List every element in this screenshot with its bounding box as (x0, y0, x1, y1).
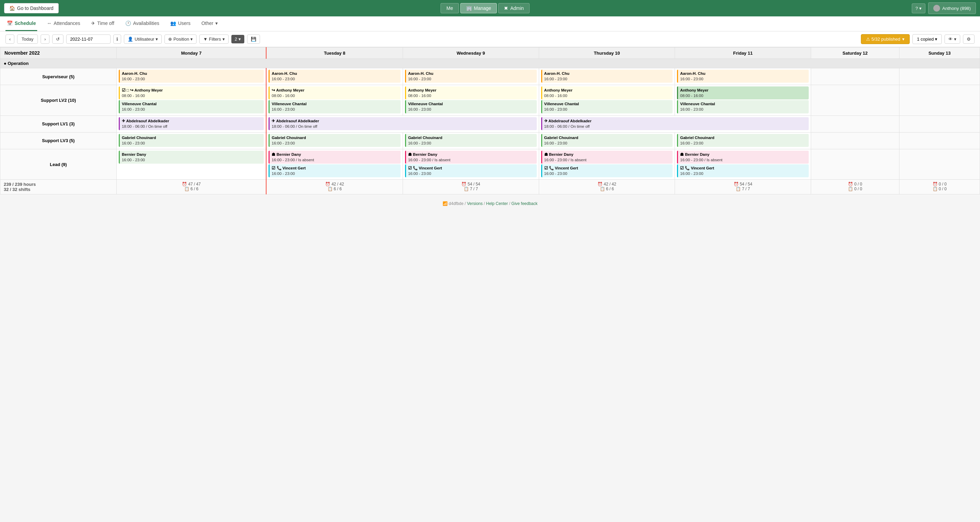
cell-lv2-mon[interactable]: ☑ □ ↪ Anthony Meyer 08:00 - 16:00 Villen… (116, 85, 266, 115)
nav-timeoff[interactable]: ✈ Time off (90, 16, 116, 31)
cell-superviseur-wed[interactable]: Aaron-H. Chu 16:00 - 23:00 (402, 68, 539, 85)
shift-card[interactable]: Aaron-H. Chu 16:00 - 23:00 (541, 70, 673, 83)
shift-card[interactable]: ☑ 📞 Vincent Gert 16:00 - 23:00 (269, 164, 401, 177)
position-button[interactable]: ⊕ Position ▾ (164, 35, 197, 44)
nav-users[interactable]: 👥 Users (169, 16, 192, 31)
shift-card[interactable]: Villeneuve Chantal 16:00 - 23:00 (405, 100, 537, 113)
shift-card[interactable]: ↪ Anthony Meyer 08:00 - 16:00 (269, 86, 401, 99)
copied-button[interactable]: 1 copied ▾ (912, 34, 942, 44)
shift-card[interactable]: Villeneuve Chantal 16:00 - 23:00 (119, 100, 264, 113)
cell-lv3-wed[interactable]: Gabriel Chouinard 16:00 - 23:00 (402, 132, 539, 149)
cell-lv1-thu-fri[interactable]: ✈ Abdelraouf Abdelkader 18:00 - 06:00 / … (539, 115, 811, 132)
shift-card[interactable]: Aaron-H. Chu 16:00 - 23:00 (405, 70, 537, 83)
cell-lv2-wed[interactable]: Anthony Meyer 08:00 - 16:00 Villeneuve C… (402, 85, 539, 115)
cell-lead-wed[interactable]: ☗ Bernier Dany 16:00 - 23:00 / Is absent… (402, 149, 539, 179)
cell-superviseur-sun[interactable] (899, 68, 980, 85)
cell-lv1-mon[interactable]: ✈ Abdelraouf Abdelkader 18:00 - 06:00 / … (116, 115, 266, 132)
table-row: Superviseur (5) Aaron-H. Chu 16:00 - 23:… (0, 68, 980, 85)
shift-card[interactable]: ☑ □ ↪ Anthony Meyer 08:00 - 16:00 (119, 86, 264, 99)
avatar (933, 5, 940, 12)
cell-lv1-sat[interactable] (811, 115, 899, 132)
cell-lead-thu[interactable]: ☗ Bernier Dany 16:00 - 23:00 / Is absent… (539, 149, 675, 179)
cell-lv3-sat[interactable] (811, 132, 899, 149)
num-button[interactable]: 2 ▾ (231, 35, 244, 43)
cell-lv1-tue-wed[interactable]: ✈ Abdelraouf Abdelkader 18:00 - 06:00 / … (266, 115, 539, 132)
tools-button[interactable]: ⚙ (963, 35, 975, 44)
cell-lv3-tue[interactable]: Gabriel Chouinard 16:00 - 23:00 (266, 132, 402, 149)
cell-lead-mon[interactable]: Bernier Dany 16:00 - 23:00 (116, 149, 266, 179)
me-button[interactable]: Me (441, 3, 458, 13)
feedback-link[interactable]: Give feedback (512, 201, 538, 206)
cell-lead-sun[interactable] (899, 149, 980, 179)
date-input[interactable] (66, 35, 111, 44)
dashboard-button[interactable]: 🏠 Go to Dashboard (4, 3, 59, 13)
cell-superviseur-fri[interactable]: Aaron-H. Chu 16:00 - 23:00 (675, 68, 811, 85)
shift-card[interactable]: Bernier Dany 16:00 - 23:00 (119, 151, 264, 164)
manage-icon: 🏢 (466, 5, 472, 11)
shift-card[interactable]: Gabriel Chouinard 16:00 - 23:00 (405, 134, 537, 147)
cell-superviseur-thu[interactable]: Aaron-H. Chu 16:00 - 23:00 (539, 68, 675, 85)
cell-lv3-mon[interactable]: Gabriel Chouinard 16:00 - 23:00 (116, 132, 266, 149)
prev-button[interactable]: ‹ (5, 35, 14, 44)
cell-lead-fri[interactable]: ☗ Bernier Dany 16:00 - 23:00 / Is absent… (675, 149, 811, 179)
cell-superviseur-tue[interactable]: Aaron-H. Chu 16:00 - 23:00 (266, 68, 402, 85)
cell-lv3-thu[interactable]: Gabriel Chouinard 16:00 - 23:00 (539, 132, 675, 149)
manage-button[interactable]: 🏢 Manage (460, 3, 497, 13)
shift-card[interactable]: Villeneuve Chantal 16:00 - 23:00 (541, 100, 673, 113)
help-link[interactable]: Help Center (486, 201, 508, 206)
cell-lv2-thu[interactable]: Anthony Meyer 08:00 - 16:00 Villeneuve C… (539, 85, 675, 115)
shift-card[interactable]: ☗ Bernier Dany 16:00 - 23:00 / Is absent (405, 151, 537, 164)
admin-button[interactable]: ✖ Admin (498, 3, 530, 13)
shift-card[interactable]: Gabriel Chouinard 16:00 - 23:00 (677, 134, 809, 147)
utilisateur-button[interactable]: 👤 Utilisateur ▾ (124, 35, 162, 44)
versions-link[interactable]: Versions (467, 201, 482, 206)
cell-lv3-fri[interactable]: Gabriel Chouinard 16:00 - 23:00 (675, 132, 811, 149)
shift-card[interactable]: ✈ Abdelraouf Abdelkader 18:00 - 06:00 / … (269, 117, 536, 130)
nav-availabilities[interactable]: 🕐 Availabilities (124, 16, 161, 31)
cell-lead-sat[interactable] (811, 149, 899, 179)
cell-lv2-tue[interactable]: ↪ Anthony Meyer 08:00 - 16:00 Villeneuve… (266, 85, 402, 115)
save-button[interactable]: 💾 (247, 35, 260, 44)
shift-card[interactable]: Anthony Meyer 08:00 - 16:00 (405, 86, 537, 99)
cell-superviseur-mon[interactable]: Aaron-H. Chu 16:00 - 23:00 (116, 68, 266, 85)
today-button[interactable]: Today (17, 35, 38, 44)
publish-button[interactable]: ⚠ 5/32 published ▾ (861, 34, 910, 44)
filters-button[interactable]: ▼ Filters ▾ (199, 35, 228, 44)
shift-card[interactable]: Gabriel Chouinard 16:00 - 23:00 (541, 134, 673, 147)
cell-lead-tue[interactable]: ☗ Bernier Dany 16:00 - 23:00 / Is absent… (266, 149, 402, 179)
shift-card[interactable]: ☗ Bernier Dany 16:00 - 23:00 / Is absent (677, 151, 809, 164)
cell-lv1-sun[interactable] (899, 115, 980, 132)
next-button[interactable]: › (41, 35, 49, 44)
nav-other[interactable]: Other ▾ (200, 16, 219, 31)
shift-card[interactable]: Villeneuve Chantal 16:00 - 23:00 (269, 100, 401, 113)
help-button[interactable]: ? ▾ (912, 3, 925, 13)
cell-lv2-sat[interactable] (811, 85, 899, 115)
shift-card[interactable]: Anthony Meyer 08:00 - 16:00 (541, 86, 673, 99)
nav-attendances[interactable]: ↔ Attendances (45, 16, 81, 31)
shift-card[interactable]: Aaron-H. Chu 16:00 - 23:00 (677, 70, 809, 83)
shift-card[interactable]: ☑ 📞 Vincent Gert 16:00 - 23:00 (541, 164, 673, 177)
shift-card[interactable]: ☑ 📞 Vincent Gert 16:00 - 23:00 (677, 164, 809, 177)
shift-card[interactable]: ☑ 📞 Vincent Gert 16:00 - 23:00 (405, 164, 537, 177)
shift-card[interactable]: Gabriel Chouinard 16:00 - 23:00 (269, 134, 401, 147)
cell-superviseur-sat[interactable] (811, 68, 899, 85)
shift-card[interactable]: ✈ Abdelraouf Abdelkader 18:00 - 06:00 / … (541, 117, 809, 130)
shift-card[interactable]: Gabriel Chouinard 16:00 - 23:00 (119, 134, 264, 147)
shift-card[interactable]: Aaron-H. Chu 16:00 - 23:00 (119, 70, 264, 83)
shift-card[interactable]: ☗ Bernier Dany 16:00 - 23:00 / Is absent (541, 151, 673, 164)
view-button[interactable]: 👁 ▾ (945, 35, 960, 44)
cell-lv2-sun[interactable] (899, 85, 980, 115)
user-menu-button[interactable]: Anthony (898) (928, 2, 976, 14)
shift-card[interactable]: ☗ Bernier Dany 16:00 - 23:00 / Is absent (269, 151, 401, 164)
info-button[interactable]: ℹ (113, 35, 121, 44)
shift-card[interactable]: Aaron-H. Chu 16:00 - 23:00 (269, 70, 401, 83)
shift-card[interactable]: Villeneuve Chantal 16:00 - 23:00 (677, 100, 809, 113)
cell-lv2-fri[interactable]: Anthony Meyer 08:00 - 16:00 Villeneuve C… (675, 85, 811, 115)
cell-lv3-sun[interactable] (899, 132, 980, 149)
shift-card[interactable]: ✈ Abdelraouf Abdelkader 18:00 - 06:00 / … (119, 117, 264, 130)
shift-card[interactable]: Anthony Meyer 08:00 - 16:00 (677, 86, 809, 99)
calendar-grid: November 2022 Monday 7 Tuesday 8 Wednesd… (0, 47, 980, 195)
user-filter-icon: 👤 (127, 37, 133, 42)
nav-schedule[interactable]: 📅 Schedule (5, 16, 37, 31)
refresh-button[interactable]: ↺ (52, 35, 64, 44)
